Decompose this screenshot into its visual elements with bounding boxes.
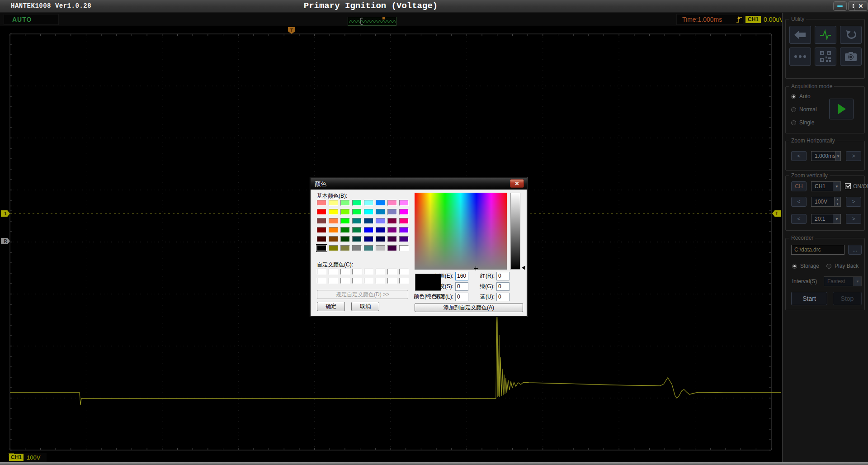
timebase-prev-button[interactable]: < bbox=[791, 151, 807, 161]
basic-color-swatch[interactable] bbox=[340, 200, 350, 206]
luminance-input[interactable]: 0 bbox=[455, 293, 468, 301]
storage-radio[interactable]: Storage bbox=[792, 263, 819, 269]
screenshot-button[interactable] bbox=[840, 47, 862, 66]
custom-color-swatch[interactable] bbox=[387, 269, 397, 275]
close-button[interactable]: ✕ bbox=[854, 1, 868, 11]
channel-onoff-checkbox[interactable] bbox=[845, 183, 851, 189]
probe-prev-button[interactable]: < bbox=[791, 214, 807, 224]
timebase-select[interactable]: 1.000ms ▼ bbox=[811, 151, 841, 161]
start-recording-button[interactable]: Start bbox=[791, 292, 827, 305]
self-calibration-button[interactable] bbox=[815, 26, 836, 44]
basic-color-swatch[interactable] bbox=[317, 209, 326, 215]
custom-color-swatch[interactable] bbox=[364, 278, 373, 284]
ok-button[interactable]: 确定 bbox=[317, 302, 345, 311]
blue-input[interactable]: 0 bbox=[496, 293, 509, 301]
waveform-preview[interactable] bbox=[348, 17, 396, 26]
probe-next-button[interactable]: > bbox=[846, 214, 861, 224]
basic-color-swatch[interactable] bbox=[329, 209, 338, 215]
acquisition-single-radio[interactable]: Single bbox=[791, 119, 814, 126]
basic-color-swatch[interactable] bbox=[329, 227, 338, 233]
define-custom-colors-button[interactable]: 规定自定义颜色(D) >> bbox=[317, 290, 408, 299]
timebase-next-button[interactable]: > bbox=[846, 151, 861, 161]
basic-color-swatch[interactable] bbox=[364, 200, 373, 206]
green-input[interactable]: 0 bbox=[496, 282, 509, 291]
luminance-bar[interactable] bbox=[510, 193, 520, 270]
dialog-title-bar[interactable]: 颜色 ✕ bbox=[311, 178, 527, 190]
basic-color-swatch[interactable] bbox=[399, 200, 409, 206]
hue-input[interactable]: 160 bbox=[455, 272, 468, 280]
factory-reset-button[interactable] bbox=[840, 26, 862, 44]
custom-color-swatch[interactable] bbox=[340, 269, 350, 275]
custom-color-swatch[interactable] bbox=[376, 278, 385, 284]
basic-color-swatch[interactable] bbox=[364, 236, 373, 242]
custom-color-swatch[interactable] bbox=[317, 269, 326, 275]
custom-color-swatch[interactable] bbox=[352, 278, 362, 284]
basic-color-swatch[interactable] bbox=[340, 236, 350, 242]
custom-color-swatch[interactable] bbox=[399, 278, 409, 284]
basic-color-swatch[interactable] bbox=[340, 245, 350, 251]
volts-spinner[interactable]: 100V ▲▼ bbox=[811, 197, 841, 207]
stop-recording-button[interactable]: Stop bbox=[833, 292, 862, 305]
back-button[interactable] bbox=[789, 26, 811, 44]
basic-color-swatch[interactable] bbox=[376, 209, 385, 215]
basic-color-swatch[interactable] bbox=[329, 245, 338, 251]
custom-color-swatch[interactable] bbox=[340, 278, 350, 284]
spin-down-icon[interactable]: ▼ bbox=[835, 202, 840, 206]
basic-color-swatch[interactable] bbox=[329, 200, 338, 206]
basic-color-swatch[interactable] bbox=[364, 245, 373, 251]
basic-color-swatch[interactable] bbox=[399, 236, 409, 242]
basic-color-swatch[interactable] bbox=[376, 218, 385, 224]
basic-color-swatch[interactable] bbox=[317, 218, 326, 224]
custom-color-swatch[interactable] bbox=[399, 269, 409, 275]
custom-color-swatch[interactable] bbox=[352, 269, 362, 275]
red-input[interactable]: 0 bbox=[496, 272, 509, 280]
channel-select[interactable]: CH1 ▼ bbox=[811, 181, 841, 191]
run-button[interactable] bbox=[829, 99, 854, 119]
basic-color-swatch[interactable] bbox=[317, 200, 326, 206]
volts-prev-button[interactable]: < bbox=[791, 197, 807, 207]
basic-color-swatch[interactable] bbox=[329, 236, 338, 242]
basic-color-swatch[interactable] bbox=[340, 227, 350, 233]
basic-color-swatch[interactable] bbox=[387, 200, 397, 206]
custom-color-swatch[interactable] bbox=[329, 269, 338, 275]
basic-color-swatch[interactable] bbox=[387, 218, 397, 224]
luminance-slider-arrow[interactable] bbox=[522, 266, 525, 270]
interval-select[interactable]: Fastest ▼ bbox=[824, 276, 862, 286]
record-path-input[interactable]: C:\data.drc bbox=[791, 245, 844, 255]
basic-color-swatch[interactable] bbox=[329, 218, 338, 224]
probe-ratio-select[interactable]: 20:1 ▼ bbox=[811, 214, 841, 224]
custom-color-swatch[interactable] bbox=[329, 278, 338, 284]
basic-color-swatch[interactable] bbox=[376, 227, 385, 233]
hue-saturation-field[interactable] bbox=[415, 193, 507, 270]
basic-color-swatch[interactable] bbox=[340, 209, 350, 215]
basic-color-swatch[interactable] bbox=[317, 227, 326, 233]
basic-color-swatch[interactable] bbox=[364, 209, 373, 215]
basic-color-swatch[interactable] bbox=[376, 236, 385, 242]
acquisition-auto-radio[interactable]: Auto bbox=[791, 93, 811, 100]
basic-color-swatch[interactable] bbox=[317, 245, 326, 251]
qr-code-button[interactable] bbox=[815, 47, 836, 66]
basic-color-swatch[interactable] bbox=[376, 245, 385, 251]
basic-color-swatch[interactable] bbox=[364, 227, 373, 233]
playback-radio[interactable]: Play Back bbox=[826, 263, 859, 269]
cancel-button[interactable]: 取消 bbox=[351, 302, 379, 311]
basic-color-swatch[interactable] bbox=[399, 245, 409, 251]
basic-color-swatch[interactable] bbox=[352, 218, 362, 224]
custom-color-swatch[interactable] bbox=[317, 278, 326, 284]
basic-color-swatch[interactable] bbox=[352, 236, 362, 242]
basic-color-swatch[interactable] bbox=[387, 236, 397, 242]
saturation-input[interactable]: 0 bbox=[455, 282, 468, 291]
more-options-button[interactable] bbox=[789, 47, 811, 66]
basic-color-swatch[interactable] bbox=[352, 209, 362, 215]
spin-up-icon[interactable]: ▲ bbox=[835, 197, 840, 202]
basic-color-swatch[interactable] bbox=[364, 218, 373, 224]
basic-color-swatch[interactable] bbox=[387, 209, 397, 215]
add-custom-color-button[interactable]: 添加到自定义颜色(A) bbox=[415, 303, 523, 312]
basic-color-swatch[interactable] bbox=[376, 200, 385, 206]
basic-color-swatch[interactable] bbox=[399, 209, 409, 215]
minimize-button[interactable] bbox=[833, 1, 847, 11]
basic-color-swatch[interactable] bbox=[352, 227, 362, 233]
basic-color-swatch[interactable] bbox=[399, 227, 409, 233]
custom-color-swatch[interactable] bbox=[364, 269, 373, 275]
basic-color-swatch[interactable] bbox=[387, 227, 397, 233]
